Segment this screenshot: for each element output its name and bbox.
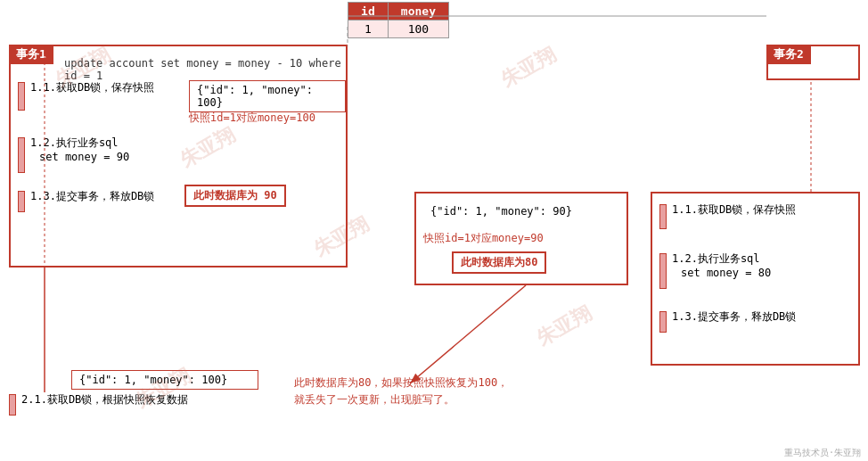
- db-table-cell-money: 100: [388, 21, 448, 38]
- step2-bar: [18, 137, 25, 173]
- recovery-step-text: 2.1.获取DB锁，根据快照恢复数据: [21, 392, 188, 407]
- tx2-snapshot-note: 快照id=1对应money=90: [423, 231, 544, 246]
- db-table: id money 1 100: [348, 2, 449, 38]
- watermark-5: 朱亚翔: [532, 300, 596, 352]
- tx2-snapshot-area: {"id": 1, "money": 90} 快照id=1对应money=90 …: [414, 192, 628, 285]
- step3-text: 1.3.提交事务，释放DB锁: [30, 189, 154, 204]
- tx1-highlight-box: 此时数据库为 90: [184, 185, 286, 207]
- recovery-note: 此时数据库为80，如果按照快照恢复为100，就丢失了一次更新，出现脏写了。: [294, 375, 508, 408]
- recovery-snapshot-box: {"id": 1, "money": 100}: [71, 370, 258, 390]
- svg-line-3: [410, 285, 526, 383]
- db-table-row: 1 100: [348, 21, 449, 38]
- tx2-step1-bar: [659, 204, 667, 229]
- step3-bar: [18, 191, 25, 212]
- tx1-snapshot-note: 快照id=1对应money=100: [189, 111, 315, 126]
- tx1-box: 事务1 update account set money = money - 1…: [9, 45, 348, 268]
- credit: 重马技术员·朱亚翔: [784, 447, 861, 459]
- tx1-label: 事务1: [9, 45, 53, 64]
- tx1-sql: update account set money = money - 10 wh…: [64, 57, 346, 82]
- tx1-snapshot-box: {"id": 1, "money": 100}: [189, 80, 346, 112]
- db-table-header-money: money: [388, 3, 448, 21]
- tx2-step2-bar: [659, 253, 667, 289]
- step2-text: 1.2.执行业务sql set money = 90: [30, 136, 129, 163]
- tx2-step2-text: 1.2.执行业务sql set money = 80: [672, 251, 771, 279]
- tx2-label-box: 事务2: [766, 45, 860, 80]
- tx2-step3-bar: [659, 311, 667, 333]
- watermark-3: 朱亚翔: [496, 41, 561, 94]
- tx2-step3-text: 1.3.提交事务，释放DB锁: [672, 309, 796, 325]
- recovery-step: 2.1.获取DB锁，根据快照恢复数据: [9, 392, 188, 416]
- step1-text: 1.1.获取DB锁，保存快照: [30, 80, 154, 95]
- db-table-cell-id: 1: [348, 21, 389, 38]
- tx2-label: 事务2: [766, 45, 811, 64]
- db-table-header-id: id: [348, 3, 389, 21]
- recovery-step-bar: [9, 394, 16, 416]
- tx2-large-box: 1.1.获取DB锁，保存快照 1.2.执行业务sql set money = 8…: [651, 192, 860, 366]
- tx2-snapshot-box: {"id": 1, "money": 90}: [423, 202, 579, 220]
- tx2-step1-text: 1.1.获取DB锁，保存快照: [672, 202, 796, 218]
- tx2-highlight-box: 此时数据库为80: [452, 251, 546, 274]
- step1-bar: [18, 82, 25, 111]
